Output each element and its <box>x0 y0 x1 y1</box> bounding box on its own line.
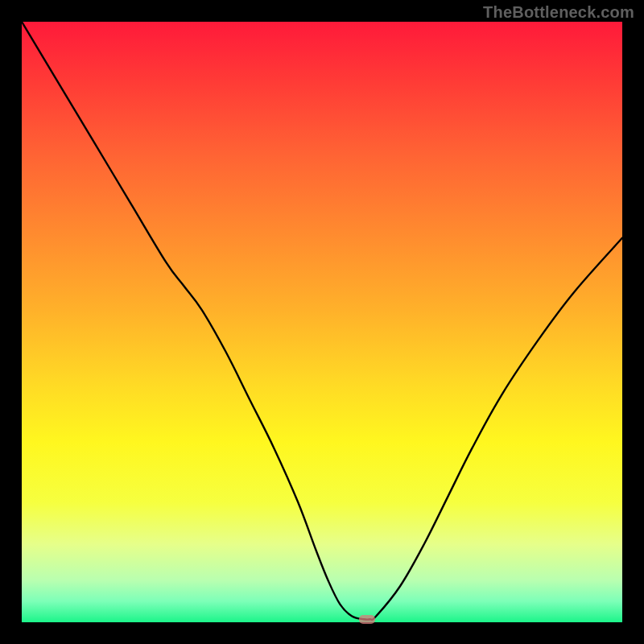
chart-frame: TheBottleneck.com <box>0 0 644 644</box>
optimal-point-marker <box>359 615 375 624</box>
bottleneck-chart-svg <box>22 22 622 622</box>
watermark-text: TheBottleneck.com <box>483 3 634 22</box>
gradient-background <box>22 22 622 622</box>
plot-area <box>22 22 622 622</box>
